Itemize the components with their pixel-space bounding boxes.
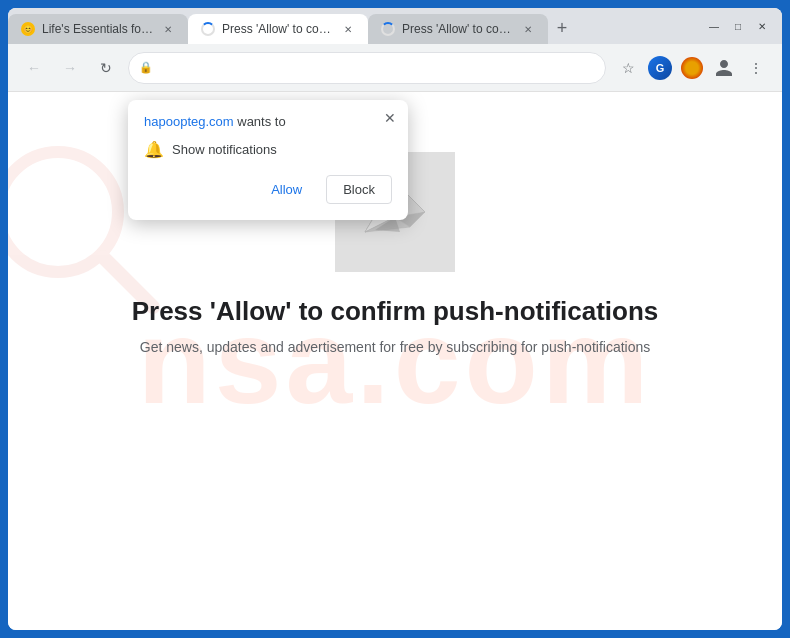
page-content: nsa.com ✕ hapoopteg.com wants to 🔔 Show … — [8, 92, 782, 630]
lock-icon: 🔒 — [139, 61, 153, 74]
notification-popup: ✕ hapoopteg.com wants to 🔔 Show notifica… — [128, 100, 408, 220]
profile-avatar-1[interactable]: G — [646, 54, 674, 82]
toolbar-icons: ☆ G ⋮ — [614, 54, 770, 82]
tab-2[interactable]: Press 'Allow' to confirm p ✕ — [188, 14, 368, 44]
tab-1-close[interactable]: ✕ — [160, 21, 176, 37]
smiley-favicon: 😊 — [21, 22, 35, 36]
popup-notification-text: Show notifications — [172, 142, 277, 157]
tab-1[interactable]: 😊 Life's Essentials for Efforti ✕ — [8, 14, 188, 44]
close-button[interactable]: ✕ — [754, 18, 770, 34]
reload-button[interactable]: ↻ — [92, 54, 120, 82]
tab-2-label: Press 'Allow' to confirm p — [222, 22, 334, 36]
maximize-button[interactable]: □ — [730, 18, 746, 34]
allow-button[interactable]: Allow — [255, 175, 318, 204]
new-tab-button[interactable]: + — [548, 14, 576, 42]
window-controls: — □ ✕ — [694, 8, 782, 44]
popup-buttons: Allow Block — [144, 175, 392, 204]
spinner-favicon-2 — [201, 22, 215, 36]
popup-header: hapoopteg.com wants to — [144, 112, 392, 130]
tab-3-close[interactable]: ✕ — [520, 21, 536, 37]
title-bar: 😊 Life's Essentials for Efforti ✕ Press … — [8, 8, 782, 44]
avatar-red — [681, 57, 703, 79]
account-button[interactable] — [710, 54, 738, 82]
minimize-button[interactable]: — — [706, 18, 722, 34]
popup-notification-row: 🔔 Show notifications — [144, 140, 392, 159]
back-button[interactable]: ← — [20, 54, 48, 82]
tab-2-favicon — [200, 21, 216, 37]
tabs-container: 😊 Life's Essentials for Efforti ✕ Press … — [8, 8, 694, 44]
popup-close-button[interactable]: ✕ — [380, 108, 400, 128]
profile-avatar-2[interactable] — [678, 54, 706, 82]
tab-2-close[interactable]: ✕ — [340, 21, 356, 37]
tab-1-label: Life's Essentials for Efforti — [42, 22, 154, 36]
popup-wants-text: wants to — [234, 114, 286, 129]
bookmark-button[interactable]: ☆ — [614, 54, 642, 82]
popup-site: hapoopteg.com — [144, 114, 234, 129]
forward-button[interactable]: → — [56, 54, 84, 82]
more-button[interactable]: ⋮ — [742, 54, 770, 82]
tab-1-favicon: 😊 — [20, 21, 36, 37]
address-input[interactable]: 🔒 — [128, 52, 606, 84]
tab-3[interactable]: Press 'Allow' to confirm p ✕ — [368, 14, 548, 44]
spinner-favicon-3 — [381, 22, 395, 36]
avatar-blue: G — [648, 56, 672, 80]
tab-3-label: Press 'Allow' to confirm p — [402, 22, 514, 36]
address-bar: ← → ↻ 🔒 ☆ G ⋮ — [8, 44, 782, 92]
tab-3-favicon — [380, 21, 396, 37]
bell-icon: 🔔 — [144, 140, 164, 159]
page-title: Press 'Allow' to confirm push-notificati… — [132, 296, 659, 327]
browser-window: 😊 Life's Essentials for Efforti ✕ Press … — [8, 8, 782, 630]
block-button[interactable]: Block — [326, 175, 392, 204]
page-subtitle: Get news, updates and advertisement for … — [140, 339, 651, 355]
